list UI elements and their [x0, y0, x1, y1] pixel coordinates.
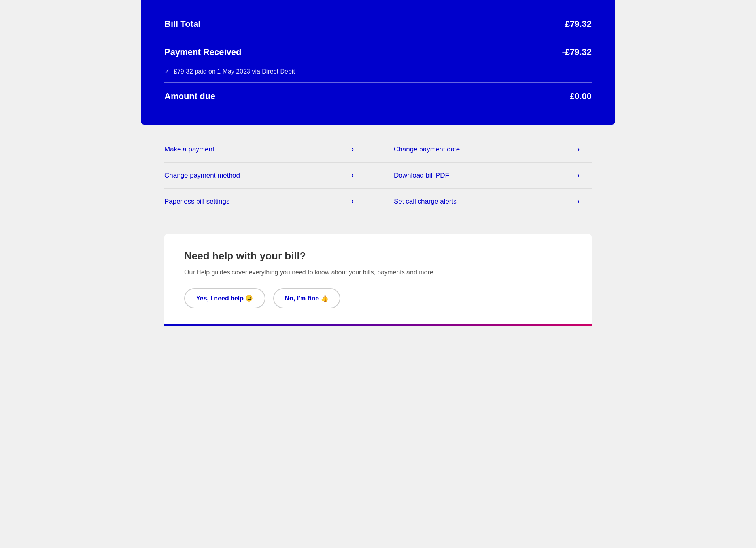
links-grid: Make a payment › Change payment date › C…	[164, 136, 592, 214]
bill-total-row: Bill Total £79.32	[164, 12, 592, 36]
payment-detail-text: £79.32 paid on 1 May 2023 via Direct Deb…	[174, 68, 295, 75]
change-payment-date-link[interactable]: Change payment date ›	[378, 136, 592, 163]
change-payment-method-chevron: ›	[352, 171, 354, 180]
make-payment-link[interactable]: Make a payment ›	[164, 136, 378, 163]
amount-due-label: Amount due	[164, 91, 215, 102]
amount-due-value: £0.00	[570, 91, 592, 102]
payment-received-label: Payment Received	[164, 47, 241, 57]
paperless-bill-settings-chevron: ›	[352, 197, 354, 206]
no-im-fine-button[interactable]: No, I'm fine 👍	[273, 288, 340, 308]
change-payment-method-label: Change payment method	[164, 172, 240, 180]
divider-2	[164, 82, 592, 83]
checkmark-icon: ✓	[164, 68, 170, 75]
help-description: Our Help guides cover everything you nee…	[184, 268, 572, 277]
set-call-charge-alerts-chevron: ›	[577, 197, 580, 206]
help-buttons: Yes, I need help 😐 No, I'm fine 👍	[184, 288, 572, 308]
download-bill-pdf-chevron: ›	[577, 171, 580, 180]
yes-need-help-button[interactable]: Yes, I need help 😐	[184, 288, 265, 308]
download-bill-pdf-label: Download bill PDF	[394, 172, 449, 180]
divider-1	[164, 38, 592, 38]
quick-links-section: Make a payment › Change payment date › C…	[141, 125, 615, 226]
make-payment-chevron: ›	[352, 145, 354, 153]
help-title: Need help with your bill?	[184, 250, 572, 262]
paperless-bill-settings-label: Paperless bill settings	[164, 198, 229, 206]
bill-summary-card: Bill Total £79.32 Payment Received -£79.…	[141, 0, 615, 125]
change-payment-date-label: Change payment date	[394, 146, 460, 153]
amount-due-row: Amount due £0.00	[164, 84, 592, 109]
payment-received-value: -£79.32	[562, 47, 592, 57]
set-call-charge-alerts-label: Set call charge alerts	[394, 198, 457, 206]
change-payment-method-link[interactable]: Change payment method ›	[164, 163, 378, 189]
download-bill-pdf-link[interactable]: Download bill PDF ›	[378, 163, 592, 189]
paperless-bill-settings-link[interactable]: Paperless bill settings ›	[164, 189, 378, 214]
set-call-charge-alerts-link[interactable]: Set call charge alerts ›	[378, 189, 592, 214]
help-card: Need help with your bill? Our Help guide…	[164, 234, 592, 326]
bill-total-label: Bill Total	[164, 19, 200, 29]
payment-detail: ✓ £79.32 paid on 1 May 2023 via Direct D…	[164, 64, 592, 81]
make-payment-label: Make a payment	[164, 146, 214, 153]
bill-total-value: £79.32	[565, 19, 592, 29]
payment-received-row: Payment Received -£79.32	[164, 40, 592, 64]
change-payment-date-chevron: ›	[577, 145, 580, 153]
